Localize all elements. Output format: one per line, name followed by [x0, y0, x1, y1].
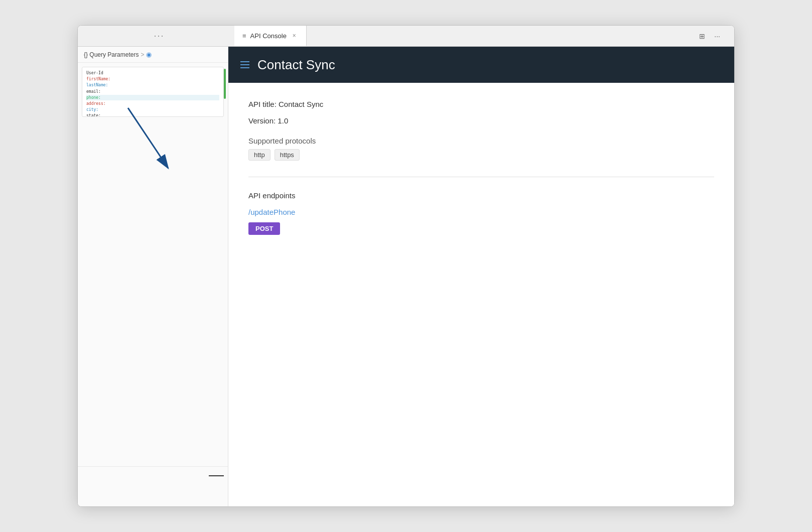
- main-area: {} Query Parameters > ◉ User-Id firstNam…: [78, 47, 734, 506]
- protocol-https: https: [275, 149, 300, 161]
- hamburger-menu-button[interactable]: [240, 61, 249, 68]
- hamburger-line-1: [240, 61, 249, 62]
- sidebar-divider: [209, 475, 224, 476]
- content-body: API title: Contact Sync Version: 1.0 Sup…: [228, 83, 734, 506]
- content-header: Contact Sync: [228, 47, 734, 83]
- breadcrumb: {} Query Parameters > ◉: [78, 47, 228, 63]
- tab-label: API Console: [250, 32, 287, 40]
- section-divider: [248, 177, 714, 177]
- endpoint-update-phone-link[interactable]: /updatePhone: [248, 208, 714, 216]
- tab-bar: ≡ API Console ×: [234, 26, 691, 46]
- sidebar-bottom: [78, 466, 228, 506]
- page-title: Contact Sync: [257, 57, 335, 73]
- annotation-arrow: [108, 103, 188, 203]
- svg-line-1: [128, 108, 168, 168]
- title-bar: ··· ≡ API Console × ⊞ ···: [78, 26, 734, 47]
- code-preview: User-Id firstName: lastName: email: phon…: [82, 67, 224, 117]
- breadcrumb-separator: >: [141, 51, 144, 58]
- title-bar-left: ···: [84, 31, 234, 41]
- layout-toggle-button[interactable]: ⊞: [697, 30, 707, 42]
- tab-api-console[interactable]: ≡ API Console ×: [234, 26, 307, 46]
- sidebar-code-preview-area: User-Id firstName: lastName: email: phon…: [78, 63, 228, 466]
- breadcrumb-camera-icon[interactable]: ◉: [146, 51, 152, 58]
- protocol-tags: http https: [248, 149, 714, 161]
- hamburger-line-3: [240, 67, 249, 68]
- sidebar: {} Query Parameters > ◉ User-Id firstNam…: [78, 47, 228, 506]
- api-title-row: API title: Contact Sync: [248, 99, 714, 110]
- sidebar-more-button[interactable]: ···: [154, 31, 164, 41]
- breadcrumb-query-params[interactable]: {} Query Parameters: [84, 51, 139, 58]
- scroll-indicator: [224, 69, 226, 99]
- endpoints-section: API endpoints /updatePhone POST: [248, 191, 714, 235]
- main-window: ··· ≡ API Console × ⊞ ··· {} Query Param…: [77, 25, 735, 507]
- endpoints-section-title: API endpoints: [248, 191, 714, 200]
- content-panel: Contact Sync API title: Contact Sync Ver…: [228, 47, 734, 506]
- api-info-section: API title: Contact Sync Version: 1.0 Sup…: [248, 99, 714, 161]
- protocols-label: Supported protocols: [248, 137, 714, 145]
- protocol-http: http: [248, 149, 270, 161]
- title-bar-right: ⊞ ···: [691, 30, 728, 42]
- more-options-button[interactable]: ···: [712, 30, 722, 42]
- method-badge-post[interactable]: POST: [248, 222, 280, 235]
- tab-close-button[interactable]: ×: [291, 31, 298, 40]
- api-version-row: Version: 1.0: [248, 115, 714, 127]
- tab-menu-icon: ≡: [242, 32, 246, 40]
- hamburger-line-2: [240, 64, 249, 65]
